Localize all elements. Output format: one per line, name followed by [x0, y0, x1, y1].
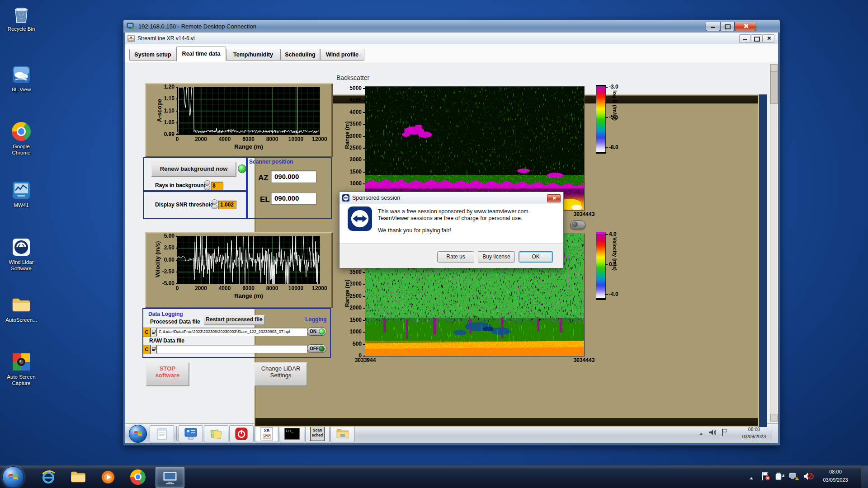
- desktop-icon-autoscreen-folder[interactable]: AutoScreen...: [4, 295, 39, 323]
- auto-screen-capture-icon: [11, 352, 32, 372]
- app-restore-button[interactable]: [751, 34, 763, 43]
- snr-spinner[interactable]: [212, 199, 217, 209]
- taskbar-button-shutdown[interactable]: [229, 425, 254, 442]
- processed-path-field[interactable]: C:\Lidar\Data\Proc\2023\202309\20230903\…: [156, 328, 307, 336]
- snr-threshold-label: Display SNR threshold: [155, 202, 213, 208]
- tab-real-time-data[interactable]: Real time data: [176, 47, 226, 61]
- app-vertical-scrollbar[interactable]: [770, 64, 777, 422]
- close-icon: [767, 36, 771, 40]
- change-line2: Settings: [255, 372, 307, 379]
- taskbar-button-notepad[interactable]: [150, 425, 174, 442]
- velocity-colorbar-label: Velocity (m/s): [612, 237, 618, 296]
- processed-drive-box[interactable]: C: [143, 328, 151, 337]
- desktop-icon-recycle-bin[interactable]: Recycle Bin: [4, 4, 39, 32]
- app-minimize-button[interactable]: [739, 34, 751, 43]
- power-icon: [235, 427, 248, 440]
- host-action-center-icon[interactable]: [761, 471, 770, 483]
- folder-icon: [336, 428, 349, 440]
- app-close-button[interactable]: [763, 34, 774, 43]
- host-start-button[interactable]: [2, 466, 24, 488]
- buy-license-button[interactable]: Buy license: [478, 251, 515, 263]
- backscatter-colorbar: [596, 85, 606, 154]
- scroll-down-arrow[interactable]: [770, 414, 778, 422]
- taskbar-button-scan-scheduler[interactable]: Scansched: [305, 425, 330, 442]
- host-network-icon[interactable]: [788, 472, 799, 483]
- logging-label: Logging: [305, 316, 326, 323]
- sticky-notes-icon: [210, 427, 222, 440]
- ok-button[interactable]: OK: [519, 251, 553, 263]
- raw-browse-icon[interactable]: [151, 345, 156, 354]
- host-time: 08:00: [815, 468, 856, 476]
- taskbar-button-chrome[interactable]: [126, 467, 150, 487]
- chrome-icon: [11, 121, 32, 142]
- rdp-titlebar[interactable]: 192.168.0.150 - Remote Desktop Connectio…: [123, 20, 780, 33]
- dialog-close-button[interactable]: [547, 194, 561, 202]
- dialog-title: Sponsored session: [352, 195, 400, 201]
- desktop-icon-mw41[interactable]: MW41: [4, 180, 39, 208]
- taskbar-button-explorer[interactable]: [330, 425, 355, 442]
- session-tray-expand-icon[interactable]: [698, 430, 704, 438]
- stop-software-button[interactable]: STOP software: [146, 362, 189, 386]
- heatmap-toggle-switch[interactable]: [570, 221, 585, 229]
- streamline-xr-icon: XR: [260, 427, 273, 441]
- desktop-icon-auto-screen-capture[interactable]: Auto Screen Capture: [4, 352, 39, 387]
- rdp-minimize-button[interactable]: [706, 22, 720, 31]
- host-battery-icon[interactable]: [775, 472, 785, 483]
- session-clock[interactable]: 08:00 03/09/2023: [737, 426, 771, 441]
- taskbar-button-command-prompt[interactable]: C:\_: [280, 425, 304, 442]
- raw-path-field[interactable]: [156, 345, 307, 353]
- taskbar-button-internet-explorer[interactable]: [36, 467, 61, 487]
- raw-drive-box[interactable]: C: [143, 345, 151, 354]
- tab-wind-profile[interactable]: Wind profile: [320, 49, 364, 61]
- host-volume-muted-icon[interactable]: [803, 472, 814, 483]
- scroll-thumb[interactable]: [770, 71, 778, 104]
- change-lidar-settings-button[interactable]: Change LiDAR Settings: [254, 362, 307, 386]
- a-scope-plot: [177, 87, 320, 135]
- session-volume-icon[interactable]: [708, 429, 717, 438]
- tab-temp-humidity[interactable]: Temp/humidity: [226, 49, 280, 61]
- renew-background-button[interactable]: Renew background now: [151, 162, 236, 177]
- scroll-up-arrow[interactable]: [770, 64, 778, 72]
- desktop-icon-bl-view[interactable]: BL-View: [4, 64, 39, 93]
- desktop-icon-wind-lidar[interactable]: Wind Lidar Software: [4, 237, 39, 272]
- change-line1: Change LiDAR: [255, 365, 307, 372]
- rdp-maximize-button[interactable]: [720, 22, 735, 31]
- rdp-close-button[interactable]: [735, 22, 756, 31]
- desktop-icon-google-chrome[interactable]: Google Chrome: [4, 121, 39, 156]
- snr-value-field[interactable]: 1.002: [218, 201, 236, 209]
- processed-browse-icon[interactable]: [151, 328, 156, 337]
- restart-processed-file-button[interactable]: Restart processed file: [203, 315, 265, 325]
- dialog-line3: We thank you for playing fair!: [378, 227, 451, 234]
- taskbar-button-media-player[interactable]: [96, 467, 120, 487]
- raw-logging-toggle[interactable]: OFF: [307, 344, 326, 353]
- taskbar-button-streamline-xr[interactable]: XR: [255, 425, 279, 442]
- app-titlebar[interactable]: StreamLine XR v14-6.vi: [125, 33, 778, 45]
- toggle-label: ON: [310, 329, 319, 334]
- processed-logging-toggle[interactable]: ON: [307, 327, 326, 336]
- desktop-icon-label: Auto Screen Capture: [4, 374, 39, 387]
- taskbar-button-display-settings[interactable]: [179, 425, 203, 442]
- backscatter-colorbar-label: log B (/m/sr): [612, 90, 618, 149]
- tab-system-setup[interactable]: System setup: [129, 49, 176, 61]
- session-action-center-flag-icon[interactable]: [721, 428, 728, 438]
- host-tray-expand-icon[interactable]: [749, 474, 754, 483]
- recycle-bin-icon: [11, 4, 32, 24]
- el-value-field[interactable]: 090.000: [271, 192, 316, 205]
- svg-text:XR: XR: [264, 428, 270, 433]
- host-clock[interactable]: 08:00 03/09/2023: [815, 468, 856, 484]
- taskbar-button-explorer[interactable]: [66, 467, 90, 487]
- host-show-desktop-button[interactable]: [861, 465, 868, 488]
- rate-us-button[interactable]: Rate us: [437, 251, 474, 263]
- rays-value-field[interactable]: 8: [211, 182, 223, 190]
- dialog-titlebar[interactable]: Sponsored session: [340, 192, 563, 204]
- toggle-label: OFF: [310, 346, 319, 351]
- session-show-desktop-button[interactable]: [772, 424, 778, 443]
- background-led-indicator: [238, 164, 246, 173]
- rays-spinner[interactable]: [204, 180, 210, 190]
- tab-scheduling[interactable]: Scheduling: [280, 49, 320, 61]
- session-start-button[interactable]: [129, 425, 147, 443]
- rdp-window-icon: [127, 23, 135, 30]
- taskbar-button-sticky-notes[interactable]: [204, 425, 228, 442]
- taskbar-button-remote-desktop[interactable]: [156, 467, 184, 488]
- az-value-field[interactable]: 090.000: [271, 170, 316, 183]
